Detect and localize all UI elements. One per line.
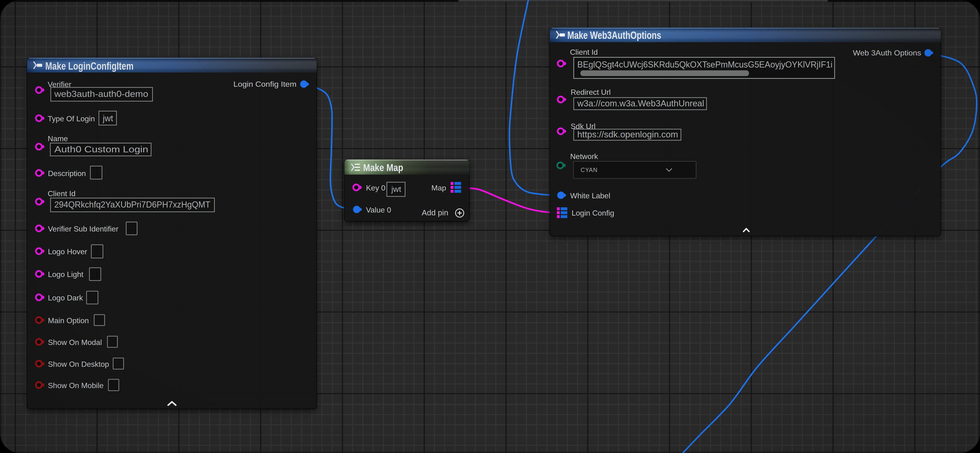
svg-text:Network: Network	[570, 152, 598, 161]
svg-text:Logo Dark: Logo Dark	[48, 293, 83, 302]
svg-text:https://sdk.openlogin.com: https://sdk.openlogin.com	[577, 130, 678, 139]
svg-text:Login Config: Login Config	[571, 209, 614, 217]
svg-text:Logo Light: Logo Light	[48, 270, 83, 279]
svg-text:Login Config Item: Login Config Item	[233, 80, 296, 89]
svg-text:Type Of Login: Type Of Login	[48, 114, 95, 123]
svg-text:Description: Description	[48, 169, 86, 178]
svg-text:294QRkchfq2YaXUbPri7D6PH7xzHgQ: 294QRkchfq2YaXUbPri7D6PH7xzHgQMT	[54, 200, 210, 209]
svg-text:Client Id: Client Id	[570, 48, 598, 56]
svg-text:Key 0: Key 0	[366, 184, 385, 192]
svg-text:jwt: jwt	[102, 114, 113, 123]
svg-text:Main Option: Main Option	[48, 316, 89, 325]
svg-text:Map: Map	[431, 184, 446, 192]
svg-text:web3auth-auth0-demo: web3auth-auth0-demo	[54, 89, 148, 99]
svg-text:Redirect Url: Redirect Url	[571, 88, 611, 97]
svg-text:CYAN: CYAN	[581, 166, 598, 173]
svg-text:Show On Modal: Show On Modal	[48, 338, 102, 347]
svg-text:Client Id: Client Id	[48, 189, 75, 198]
svg-text:Web 3Auth Options: Web 3Auth Options	[853, 49, 921, 57]
svg-text:Name: Name	[48, 134, 68, 143]
svg-text:Logo Hover: Logo Hover	[48, 247, 87, 256]
svg-text:Show On Desktop: Show On Desktop	[48, 360, 109, 368]
svg-text:jwt: jwt	[391, 185, 401, 193]
svg-text:BEglQSgt4cUWcj6SKRdu5QkOXTsePm: BEglQSgt4cUWcj6SKRdu5QkOXTsePmMcusG5EAoy…	[577, 60, 832, 70]
svg-text:Show On Mobile: Show On Mobile	[48, 381, 103, 390]
svg-text:Make LoginConfigItem: Make LoginConfigItem	[45, 60, 134, 72]
svg-text:Value 0: Value 0	[366, 206, 391, 214]
svg-text:Auth0 Custom Login: Auth0 Custom Login	[54, 144, 148, 154]
svg-text:w3a://com.w3a.Web3AuthUnreal: w3a://com.w3a.Web3AuthUnreal	[577, 98, 704, 108]
svg-text:Add pin: Add pin	[422, 208, 448, 217]
svg-text:Make Map: Make Map	[363, 162, 403, 173]
svg-text:Verifier Sub Identifier: Verifier Sub Identifier	[48, 225, 118, 233]
svg-text:Make Web3AuthOptions: Make Web3AuthOptions	[567, 29, 661, 41]
svg-text:White Label: White Label	[570, 192, 610, 200]
